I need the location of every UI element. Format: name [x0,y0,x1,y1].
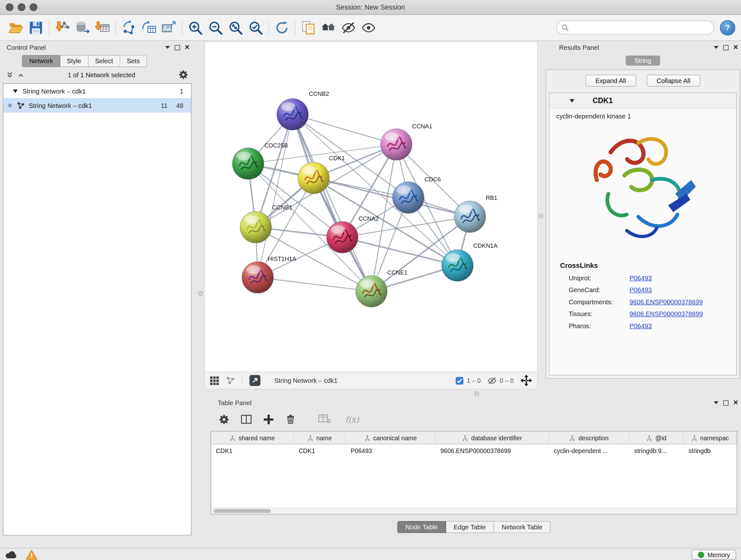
show-graphics-button[interactable] [359,17,379,38]
zoom-in-button[interactable] [185,17,205,38]
refresh-button[interactable] [272,17,292,38]
network-node-CCNA2[interactable] [327,222,358,253]
column-header-namespac[interactable]: namespac [684,432,737,444]
network-share-icon[interactable] [226,376,235,385]
tab-string[interactable]: String [626,56,660,66]
tab-select[interactable]: Select [88,55,120,67]
import-table-file-button[interactable] [92,17,113,38]
export-network-button[interactable] [119,17,139,38]
gene-description: cyclin-dependent kinase 1 [549,109,736,120]
horizontal-scrollbar[interactable] [211,508,737,514]
tab-sets[interactable]: Sets [120,55,147,67]
table-cell[interactable]: P06493 [346,444,435,457]
panel-menu-icon[interactable] [714,401,719,404]
string-home-button[interactable] [319,17,339,38]
hide-graphics-button[interactable] [339,17,359,38]
cloud-icon[interactable] [5,550,17,559]
crosslink-genecard[interactable]: P06493 [630,287,737,294]
birdseye-grid-icon[interactable] [210,376,219,385]
crosslink-pharos[interactable]: P06493 [630,322,737,330]
column-header-canonical-name[interactable]: canonical name [346,432,435,444]
collapse-all-icon[interactable] [17,71,25,79]
add-column-icon[interactable] [263,414,274,425]
tab-style[interactable]: Style [60,55,88,67]
network-node-RB1[interactable] [454,201,486,233]
search-input[interactable] [572,23,709,32]
zoom-selected-button[interactable] [246,17,266,38]
table-cell[interactable]: cyclin-dependent ... [549,444,629,457]
delete-table-icon[interactable] [319,414,331,424]
help-button[interactable]: ? [720,20,735,35]
search-box[interactable] [556,21,714,35]
tab-edge-table[interactable]: Edge Table [446,521,494,533]
float-panel-icon[interactable] [175,45,180,50]
import-network-database-button[interactable] [72,17,92,38]
close-panel-icon[interactable]: × [733,44,738,51]
network-node-CCNB1[interactable] [240,211,272,243]
network-row[interactable]: String Network – cdk1 11 48 [3,98,191,113]
close-panel-icon[interactable]: × [185,44,190,51]
collapse-tree-icon[interactable] [13,89,18,93]
open-session-button[interactable] [6,17,26,38]
import-network-file-button[interactable] [52,17,72,38]
delete-column-icon[interactable] [285,414,296,425]
network-node-CCNA1[interactable] [381,129,412,160]
table-row[interactable]: CDK1CDK1P064939606.ENSP00000378699cyclin… [211,444,737,457]
network-node-CDKN1A[interactable] [442,250,473,281]
network-node-CDC25B[interactable] [232,148,264,179]
zoom-fit-button[interactable] [226,17,246,38]
table-cell[interactable]: stringdb:9... [629,444,684,457]
network-node-CCNE1[interactable] [356,275,387,307]
table-cell[interactable]: 9606.ENSP00000378699 [435,444,549,457]
expand-all-button[interactable]: Expand All [585,75,636,87]
network-options-gear-icon[interactable] [178,70,189,80]
collapse-gene-icon[interactable] [569,99,575,103]
column-header-description[interactable]: description [549,432,630,444]
network-node-CDC6[interactable] [393,182,424,213]
float-panel-icon[interactable] [724,400,729,406]
column-header-id[interactable]: @id [629,432,684,444]
network-canvas[interactable]: CCNB2CCNA1CDC25BCDK1CDC6RB1CCNB1CCNA2CDK… [205,42,538,372]
network-node-HIST1H1A[interactable] [242,262,273,294]
float-panel-icon[interactable] [724,45,729,50]
close-panel-icon[interactable]: × [733,399,738,406]
tab-network[interactable]: Network [22,55,60,67]
network-node-CCNB2[interactable] [277,99,308,130]
crosslink-compartments[interactable]: 9606.ENSP00000378699 [630,299,737,306]
network-collection-row[interactable]: String Network – cdk1 1 [3,84,191,98]
table-cell[interactable]: CDK1 [211,444,294,457]
results-panel-title: Results Panel [546,44,599,51]
tab-network-table[interactable]: Network Table [494,521,550,533]
function-builder-button[interactable]: f(x) [345,415,359,424]
panel-menu-icon[interactable] [165,46,170,49]
column-header-name[interactable]: name [294,432,346,444]
crosslink-tissues[interactable]: 9606.ENSP00000378699 [630,310,737,318]
column-header-shared-name[interactable]: shared name [211,432,294,444]
save-session-button[interactable] [26,17,46,38]
vertical-splitter-handle[interactable] [539,213,543,219]
tab-node-table[interactable]: Node Table [397,521,446,533]
gene-header[interactable]: CDK1 [549,93,736,109]
table-cell[interactable]: CDK1 [294,444,346,457]
detach-view-icon[interactable] [249,374,261,387]
show-columns-icon[interactable] [240,414,253,426]
table-cell[interactable]: stringdb [684,444,737,457]
export-image-button[interactable] [159,17,179,38]
zoom-out-button[interactable] [205,17,226,38]
network-node-CDK1[interactable] [298,162,329,194]
column-header-database-identifier[interactable]: database identifier [435,432,549,444]
copy-document-button[interactable] [298,17,319,38]
scrollbar-thumb[interactable] [213,509,271,513]
panel-menu-icon[interactable] [714,46,719,49]
table-options-gear-icon[interactable] [218,414,230,425]
hidden-eye-slash-icon[interactable] [487,376,497,385]
selected-checkbox-icon[interactable] [455,376,464,385]
pan-crosshair-icon[interactable] [521,374,533,387]
horizontal-splitter-handle[interactable] [475,391,479,396]
vertical-splitter-handle[interactable] [198,291,203,296]
collapse-all-button[interactable]: Collapse All [647,75,700,87]
crosslink-uniprot[interactable]: P06493 [630,274,737,282]
expand-all-icon[interactable] [6,71,14,79]
export-table-button[interactable] [139,17,159,38]
warning-icon[interactable] [26,550,37,560]
